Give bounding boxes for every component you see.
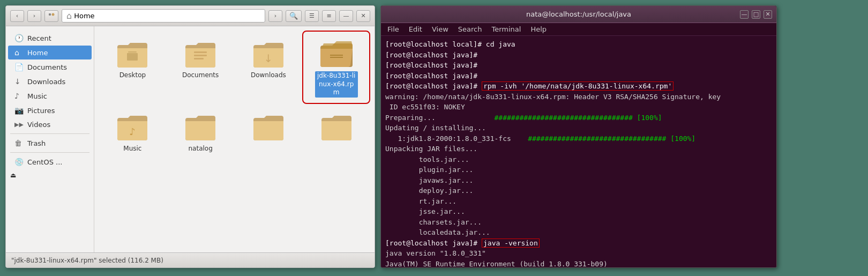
- svg-text:↓: ↓: [264, 52, 273, 65]
- fm-body: 🕐 Recent ⌂ Home 📄 Documents ↓ Downloads …: [6, 26, 375, 252]
- location-text: Home: [74, 12, 94, 20]
- term-menu-terminal[interactable]: Terminal: [487, 24, 525, 34]
- term-line-14: javaws.jar...: [385, 175, 772, 186]
- term-close-button[interactable]: ✕: [764, 10, 772, 19]
- svg-rect-2: [127, 53, 138, 61]
- location-bar[interactable]: ⌂ Home: [62, 9, 265, 23]
- term-menu-search[interactable]: Search: [454, 24, 487, 34]
- term-line-19: localedata.jar...: [385, 227, 772, 238]
- music-folder-icon: ♪: [115, 110, 149, 145]
- term-line-3: [root@localhost java]#: [385, 60, 772, 71]
- back-button[interactable]: ‹: [10, 10, 24, 22]
- home-icon: ⌂: [66, 11, 72, 21]
- term-line-17: jsse.jar...: [385, 206, 772, 217]
- svg-text:♪: ♪: [130, 126, 136, 137]
- sidebar-label-recent: Recent: [27, 34, 51, 42]
- term-line-1: [root@localhost local]# cd java: [385, 39, 772, 50]
- term-line-6: warning: /home/nata/jdk-8u331-linux-x64.…: [385, 92, 772, 102]
- sidebar-item-eject[interactable]: ⏏: [6, 169, 92, 181]
- music-label: Music: [123, 145, 141, 153]
- term-maximize-button[interactable]: □: [752, 10, 760, 19]
- sidebar-item-documents[interactable]: 📄 Documents: [8, 60, 92, 74]
- sidebar-item-home[interactable]: ⌂ Home: [8, 46, 92, 59]
- sidebar-item-trash[interactable]: 🗑 Trash: [8, 136, 92, 150]
- folder-svg: [116, 40, 148, 69]
- sidebar-item-videos[interactable]: ▶▶ Videos: [8, 118, 92, 131]
- natalog-folder-icon: [183, 110, 218, 145]
- downloads-icon: ↓: [14, 77, 23, 86]
- sidebar-label-trash: Trash: [27, 139, 46, 147]
- file-item-downloads[interactable]: ↓ Downloads: [237, 33, 301, 102]
- desktop-label: Desktop: [119, 71, 146, 80]
- forward2-button[interactable]: ›: [268, 10, 282, 22]
- term-line-8: Preparing... ###########################…: [385, 113, 772, 123]
- term-title: nata@localhost:/usr/local/java: [417, 10, 740, 18]
- sidebar-item-downloads[interactable]: ↓ Downloads: [8, 74, 92, 88]
- file-item-natalog[interactable]: natalog: [169, 106, 233, 158]
- term-window-buttons: — □ ✕: [740, 10, 772, 19]
- forward-button[interactable]: ›: [27, 10, 41, 22]
- file-item-desktop[interactable]: Desktop: [101, 33, 164, 102]
- recent-icon: 🕐: [14, 34, 23, 42]
- term-menu-view[interactable]: View: [428, 24, 453, 34]
- sidebar-separator2: [10, 152, 89, 153]
- sidebar-item-recent[interactable]: 🕐 Recent: [8, 31, 92, 45]
- term-line-16: rt.jar...: [385, 196, 772, 207]
- term-line-20: [root@localhost java]# java -version: [385, 238, 772, 249]
- term-line-11: Unpacking JAR files...: [385, 144, 772, 154]
- sidebar-item-pictures[interactable]: 📷 Pictures: [8, 103, 92, 117]
- term-menu-edit[interactable]: Edit: [405, 24, 426, 34]
- centos-icon: 💿: [14, 158, 23, 166]
- term-line-18: charsets.jar...: [385, 217, 772, 228]
- file-item-music[interactable]: ♪ Music: [101, 106, 164, 158]
- sidebar-item-centos[interactable]: 💿 CentOS ...: [8, 155, 92, 169]
- trash-icon: 🗑: [14, 139, 23, 147]
- term-minimize-button[interactable]: —: [740, 10, 749, 19]
- eject-icon: ⏏: [10, 171, 16, 179]
- term-line-15: deploy.jar...: [385, 185, 772, 196]
- rpm-file-icon: [319, 37, 354, 71]
- videos-icon: ▶▶: [14, 121, 23, 128]
- sidebar-item-music[interactable]: ♪ Music: [8, 89, 92, 103]
- pictures-icon: 📷: [14, 106, 23, 115]
- term-content[interactable]: [root@localhost local]# cd java [root@lo…: [381, 36, 776, 267]
- folder-svg: ♪: [116, 113, 148, 142]
- search-button[interactable]: 🔍: [286, 10, 302, 22]
- term-menu-file[interactable]: File: [383, 24, 403, 34]
- close-button[interactable]: ✕: [356, 10, 370, 22]
- downloads-label: Downloads: [251, 71, 286, 80]
- up-button[interactable]: [44, 10, 58, 22]
- term-line-12: tools.jar...: [385, 154, 772, 165]
- svg-point-1: [52, 13, 55, 16]
- svg-rect-5: [194, 55, 207, 56]
- svg-rect-3: [128, 51, 137, 53]
- term-menu-help[interactable]: Help: [526, 24, 551, 34]
- settings-button[interactable]: ≡: [322, 10, 336, 22]
- extra2-folder-icon: [319, 110, 354, 145]
- view-options-button[interactable]: ☰: [305, 10, 319, 22]
- term-line-7: ID ec551f03: NOKEY: [385, 102, 772, 113]
- svg-rect-4: [194, 51, 207, 53]
- documents-folder-icon: [183, 37, 218, 71]
- file-item-rpm[interactable]: jdk-8u331-linux-x64.rpm: [304, 33, 368, 102]
- sidebar-label-pictures: Pictures: [27, 107, 55, 115]
- sidebar-label-downloads: Downloads: [27, 78, 65, 86]
- svg-rect-0: [49, 13, 51, 16]
- home-sidebar-icon: ⌂: [14, 48, 23, 57]
- file-item-documents[interactable]: Documents: [169, 33, 233, 102]
- fm-titlebar: ‹ › ⌂ Home › 🔍 ☰ ≡ — ✕: [6, 6, 375, 26]
- folder-svg: [184, 113, 216, 142]
- music-icon: ♪: [14, 92, 23, 100]
- term-line-2: [root@localhost java]#: [385, 50, 772, 61]
- file-manager: ‹ › ⌂ Home › 🔍 ☰ ≡ — ✕ 🕐 Recent ⌂ Ho: [5, 5, 375, 268]
- term-line-13: plugin.jar...: [385, 165, 772, 175]
- fm-sidebar: 🕐 Recent ⌂ Home 📄 Documents ↓ Downloads …: [6, 26, 94, 252]
- sidebar-label-videos: Videos: [27, 121, 50, 129]
- downloads-folder-icon: ↓: [251, 37, 286, 71]
- minimize-button[interactable]: —: [339, 10, 353, 22]
- file-item-extra2[interactable]: [304, 106, 368, 158]
- term-line-4: [root@localhost java]#: [385, 71, 772, 81]
- file-item-extra1[interactable]: [237, 106, 301, 158]
- documents-icon: 📄: [14, 63, 23, 71]
- term-line-9: Updating / installing...: [385, 123, 772, 133]
